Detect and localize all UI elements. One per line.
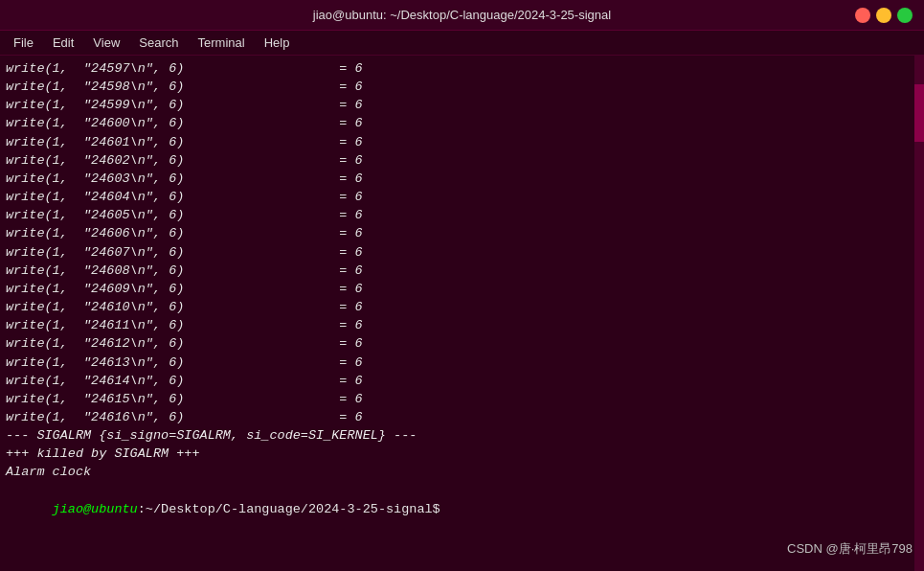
terminal-line: write(1, "24609\n", 6) = 6 [6,280,918,298]
maximize-button[interactable] [897,8,913,23]
prompt-user: jiao@ubuntu [53,502,138,516]
terminal-line: write(1, "24602\n", 6) = 6 [6,151,918,170]
terminal-line: write(1, "24608\n", 6) = 6 [6,262,918,280]
menu-bar: File Edit View Search Terminal Help [0,31,924,56]
window-title: jiao@ubuntu: ~/Desktop/C-language/2024-3… [313,8,611,22]
close-button[interactable] [855,8,870,23]
terminal-line: write(1, "24612\n", 6) = 6 [6,334,918,353]
terminal-line: write(1, "24610\n", 6) = 6 [6,298,918,316]
prompt-line: jiao@ubuntu:~/Desktop/C-language/2024-3-… [6,482,918,537]
terminal-line: --- SIGALRM {si_signo=SIGALRM, si_code=S… [6,426,918,445]
terminal-line: write(1, "24597\n", 6) = 6 [6,59,918,78]
terminal-line: Alarm clock [6,463,918,481]
menu-view[interactable]: View [83,34,129,52]
terminal-window: jiao@ubuntu: ~/Desktop/C-language/2024-3… [0,0,924,571]
terminal-line: write(1, "24614\n", 6) = 6 [6,372,918,390]
menu-search[interactable]: Search [129,34,188,52]
terminal-line: write(1, "24615\n", 6) = 6 [6,390,918,408]
title-bar: jiao@ubuntu: ~/Desktop/C-language/2024-3… [0,0,924,31]
window-controls [855,8,913,23]
terminal-body[interactable]: write(1, "24597\n", 6) = 6write(1, "2459… [0,56,924,571]
scrollbar[interactable] [914,56,924,571]
terminal-line: write(1, "24600\n", 6) = 6 [6,114,918,132]
menu-terminal[interactable]: Terminal [189,34,255,52]
terminal-line: write(1, "24598\n", 6) = 6 [6,78,918,96]
terminal-line: write(1, "24599\n", 6) = 6 [6,96,918,114]
terminal-line: write(1, "24605\n", 6) = 6 [6,206,918,224]
terminal-line: write(1, "24607\n", 6) = 6 [6,243,918,262]
terminal-line: write(1, "24606\n", 6) = 6 [6,224,918,242]
terminal-line: write(1, "24616\n", 6) = 6 [6,408,918,426]
menu-file[interactable]: File [4,34,43,52]
menu-edit[interactable]: Edit [43,34,83,52]
terminal-line: +++ killed by SIGALRM +++ [6,445,918,463]
terminal-line: write(1, "24604\n", 6) = 6 [6,188,918,206]
terminal-line: write(1, "24601\n", 6) = 6 [6,133,918,151]
minimize-button[interactable] [876,8,891,23]
terminal-line: write(1, "24611\n", 6) = 6 [6,316,918,334]
terminal-line: write(1, "24603\n", 6) = 6 [6,170,918,188]
watermark: CSDN @唐·柯里昂798 [787,540,913,558]
terminal-output: write(1, "24597\n", 6) = 6write(1, "2459… [6,59,918,482]
scrollbar-thumb[interactable] [914,84,924,142]
menu-help[interactable]: Help [255,34,300,52]
prompt-path: :~/Desktop/C-language/2024-3-25-signal$ [138,502,440,516]
terminal-line: write(1, "24613\n", 6) = 6 [6,354,918,372]
